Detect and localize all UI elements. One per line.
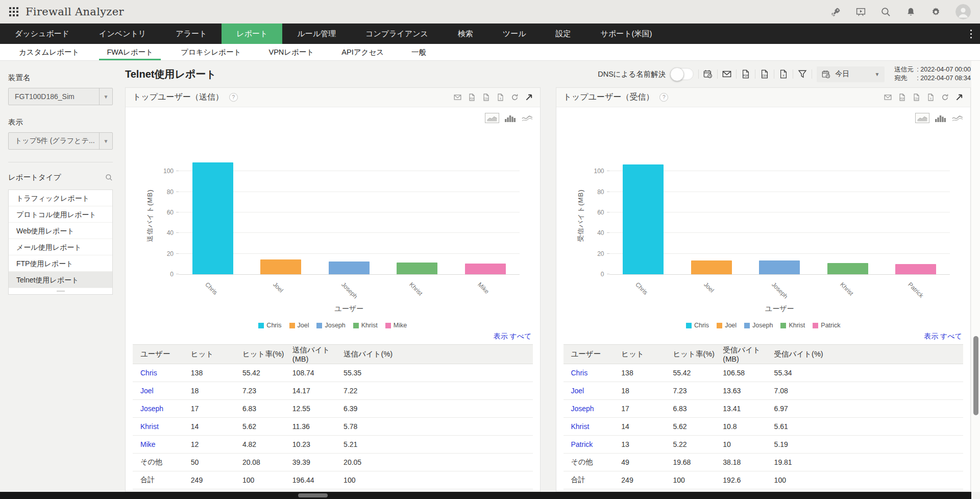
bar-Joseph[interactable]: [329, 262, 370, 274]
legend-item[interactable]: Patrick: [813, 322, 840, 329]
bar-chart-icon[interactable]: [935, 114, 946, 122]
period-select[interactable]: 今日 ▼: [817, 66, 885, 82]
dns-resolve-toggle[interactable]: [670, 68, 694, 80]
search-icon[interactable]: [105, 174, 113, 181]
excel-icon[interactable]: X: [779, 69, 788, 79]
nav-item[interactable]: ツール: [488, 23, 541, 44]
help-icon[interactable]: ?: [229, 93, 238, 102]
horizontal-scrollbar-thumb[interactable]: [298, 493, 328, 497]
line-chart-icon[interactable]: [522, 114, 533, 122]
legend-item[interactable]: Joseph: [744, 322, 773, 329]
user-link[interactable]: Joel: [140, 387, 154, 395]
legend-item[interactable]: Chris: [258, 322, 281, 329]
subnav-item[interactable]: 一般: [398, 44, 440, 60]
user-link[interactable]: Joseph: [140, 405, 163, 413]
bar-Joel[interactable]: [260, 259, 301, 274]
panel-header: トップユーザー（送信） ? PDFCSVX: [126, 88, 540, 107]
expand-icon[interactable]: [525, 93, 533, 101]
more-menu-icon[interactable]: [962, 23, 980, 44]
refresh-icon[interactable]: [511, 93, 519, 101]
nav-item[interactable]: インベントリ: [84, 23, 161, 44]
bar-Patrick[interactable]: [895, 264, 936, 274]
presentation-icon[interactable]: [855, 7, 866, 17]
nav-item[interactable]: サポート(米国): [586, 23, 667, 44]
show-all-link[interactable]: 表示 すべて: [564, 332, 963, 341]
legend-item[interactable]: Khrist: [353, 322, 378, 329]
device-select[interactable]: FGT100D186_Sim ▼: [8, 88, 113, 105]
app-launcher-grid-icon[interactable]: [9, 7, 18, 16]
pdf-icon[interactable]: PDF: [898, 93, 906, 101]
subnav-item[interactable]: FWAレポート: [93, 44, 167, 60]
bar-Joel[interactable]: [691, 260, 732, 274]
nav-item[interactable]: ダッシュボード: [0, 23, 84, 44]
user-link[interactable]: Chris: [140, 369, 157, 377]
help-icon[interactable]: ?: [659, 93, 668, 102]
user-link[interactable]: Mike: [140, 440, 156, 448]
bell-icon[interactable]: [905, 7, 916, 17]
report-type-item[interactable]: FTP使用レポート: [9, 255, 112, 272]
user-avatar[interactable]: [955, 4, 971, 19]
user-link[interactable]: Khrist: [140, 422, 159, 431]
email-icon[interactable]: [722, 69, 731, 79]
device-select-value: FGT100D186_Sim: [15, 92, 75, 101]
email-icon[interactable]: [884, 93, 892, 101]
subnav-item[interactable]: プロキシレポート: [167, 44, 255, 60]
nav-item[interactable]: アラート: [161, 23, 222, 44]
email-icon[interactable]: [454, 93, 461, 101]
user-link[interactable]: Khrist: [571, 422, 590, 431]
nav-item[interactable]: レポート: [222, 23, 282, 44]
bar-Joseph[interactable]: [759, 260, 800, 274]
bar-Khrist[interactable]: [827, 263, 868, 274]
nav-item[interactable]: 検索: [443, 23, 488, 44]
vertical-scrollbar-thumb[interactable]: [973, 336, 978, 415]
filter-icon[interactable]: [798, 69, 807, 79]
show-all-link[interactable]: 表示 すべて: [133, 332, 532, 341]
area-chart-icon[interactable]: [915, 113, 929, 123]
expand-icon[interactable]: [955, 93, 963, 101]
csv-icon[interactable]: CSV: [760, 69, 769, 79]
subnav-item[interactable]: カスタムレポート: [5, 44, 93, 60]
legend-item[interactable]: Joel: [289, 322, 309, 329]
user-link[interactable]: Joseph: [571, 405, 594, 413]
nav-item[interactable]: コンプライアンス: [351, 23, 443, 44]
excel-icon[interactable]: X: [497, 93, 504, 101]
legend-item[interactable]: Mike: [385, 322, 407, 329]
excel-icon[interactable]: X: [927, 93, 935, 101]
bar-Chris[interactable]: [192, 162, 233, 274]
legend-item[interactable]: Chris: [686, 322, 709, 329]
refresh-icon[interactable]: [941, 93, 949, 101]
csv-icon[interactable]: CSV: [913, 93, 920, 101]
report-type-item[interactable]: トラフィックレポート: [9, 190, 112, 206]
divider: [812, 69, 812, 79]
pdf-icon[interactable]: PDF: [741, 69, 750, 79]
schedule-icon[interactable]: [703, 69, 713, 79]
nav-item[interactable]: 設定: [541, 23, 586, 44]
csv-icon[interactable]: CSV: [482, 93, 490, 101]
legend-item[interactable]: Joseph: [316, 322, 345, 329]
search-icon[interactable]: [880, 7, 891, 17]
area-chart-icon[interactable]: [485, 113, 499, 123]
report-type-item[interactable]: Telnet使用レポート: [9, 272, 112, 288]
user-link[interactable]: Joel: [571, 387, 584, 395]
subnav-item[interactable]: APIアクセス: [328, 44, 398, 60]
nav-item[interactable]: ルール管理: [282, 23, 351, 44]
report-type-item[interactable]: プロトコル使用レポート: [9, 206, 112, 223]
report-type-item[interactable]: メール使用レポート: [9, 239, 112, 255]
table-cell: 13.63: [722, 382, 773, 400]
report-type-item[interactable]: Web使用レポート: [9, 223, 112, 239]
rocket-icon[interactable]: [830, 7, 841, 17]
bar-chart-icon[interactable]: [505, 114, 516, 122]
user-link[interactable]: Patrick: [571, 440, 593, 448]
pdf-icon[interactable]: PDF: [468, 93, 476, 101]
subnav-item[interactable]: VPNレポート: [255, 44, 328, 60]
legend-item[interactable]: Joel: [717, 322, 737, 329]
bar-Mike[interactable]: [465, 264, 506, 274]
user-link[interactable]: Chris: [571, 369, 588, 377]
table-header-cell: ユーザー: [133, 345, 190, 364]
display-select[interactable]: トップ5件 (グラフとテ... ▼: [8, 132, 113, 150]
legend-item[interactable]: Khrist: [780, 322, 805, 329]
bar-Chris[interactable]: [623, 164, 664, 274]
bar-Khrist[interactable]: [397, 263, 437, 274]
gear-icon[interactable]: [930, 7, 941, 17]
line-chart-icon[interactable]: [952, 114, 963, 122]
